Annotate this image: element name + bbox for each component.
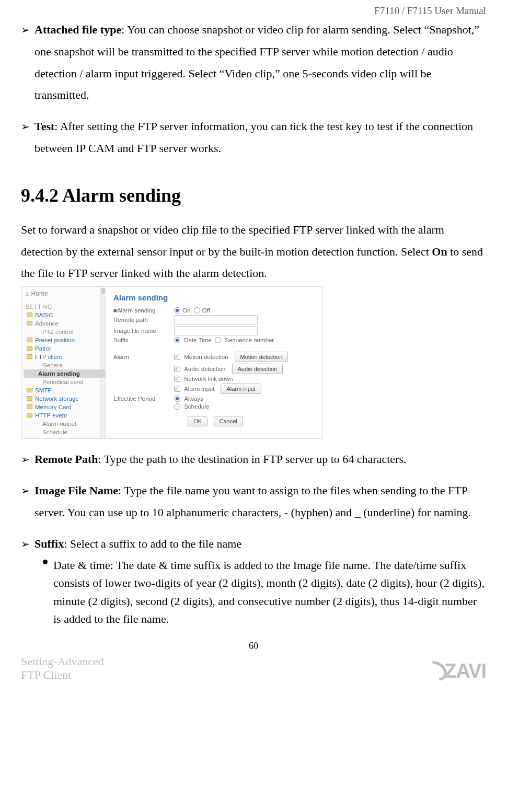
panel-title: Alarm sending (113, 293, 317, 302)
cancel-button[interactable]: Cancel (214, 416, 243, 426)
bullet-label: Remote Path (34, 453, 98, 466)
input-image-file-name[interactable] (174, 326, 258, 335)
row-label: Image file name (113, 328, 174, 334)
row-netlink: Network link down (113, 376, 317, 382)
radio-off-label: Off (202, 307, 210, 314)
radio-on-label: On (182, 307, 190, 314)
row-alarm-input: Alarm input Alarm input (113, 384, 317, 394)
chevron-icon: ➢ (21, 534, 30, 554)
radio-sequence[interactable] (215, 337, 221, 343)
sidebar-item-general[interactable]: General (24, 361, 106, 369)
bullet-remote-path: ➢ Remote Path: Type the path to the dest… (21, 448, 486, 470)
bullet-text: : Type the path to the destination in FT… (98, 453, 407, 466)
folder-icon (27, 338, 32, 342)
radio-sequence-label: Sequence number (225, 337, 274, 343)
sidebar-item-memcard[interactable]: Memory Card (24, 403, 106, 411)
check-netlink[interactable] (174, 376, 180, 382)
row-label: Alarm sending (117, 307, 156, 314)
folder-icon (27, 312, 32, 317)
sidebar-item-alarmout[interactable]: Alarm output (24, 420, 106, 428)
folder-icon (27, 388, 32, 392)
folder-icon (27, 396, 32, 401)
sidebar-item-schedule[interactable]: Schedule (24, 428, 106, 436)
sidebar-item-ftp[interactable]: FTP client (24, 353, 106, 361)
chevron-icon: ➢ (21, 481, 30, 501)
sidebar-item-periodical[interactable]: Periodical send (24, 378, 106, 386)
check-motion-label: Motion detection (184, 354, 228, 360)
check-alarm-input[interactable] (174, 386, 180, 392)
bullet-image-file-name: ➢ Image File Name: Type the file name yo… (21, 480, 486, 524)
page-footer: Setting-Advanced FTP Client 60 ZAVI (21, 641, 486, 682)
footer-left: Setting-Advanced FTP Client (21, 655, 104, 682)
sidebar-item-smtp[interactable]: SMTP (24, 386, 106, 395)
row-label: Suffix (113, 337, 174, 343)
sub-bullet-label: Date & time (53, 559, 110, 572)
sidebar-heading: SETTING (24, 300, 106, 311)
row-label: Effective Period (113, 396, 174, 402)
bullet-label: Test (34, 120, 54, 133)
radio-date-time[interactable] (174, 337, 180, 343)
bullet-suffix: ➢ Suffix: Select a suffix to add to the … (21, 533, 486, 555)
page-number: 60 (249, 641, 258, 652)
btn-audio-detection[interactable]: Audio detection (232, 364, 283, 374)
chevron-icon: ➢ (21, 449, 30, 469)
radio-schedule[interactable] (174, 403, 180, 410)
brand-logo: ZAVI (424, 660, 486, 682)
sidebar-item-patrol[interactable]: Patrol (24, 344, 106, 353)
sub-bullet-date-time: Date & time: The date & time suffix is a… (21, 556, 486, 628)
row-audio: Audio detection Audio detection (113, 364, 317, 374)
sidebar-home-label: Home (31, 290, 48, 297)
folder-icon (27, 354, 32, 359)
sidebar-item-preset[interactable]: Preset position (24, 336, 106, 344)
folder-icon (27, 413, 32, 417)
bullet-label: Suffix (34, 537, 64, 550)
bullet-test: ➢ Test: After setting the FTP server inf… (21, 115, 486, 159)
row-remote-path: Remote path (113, 315, 317, 324)
settings-panel: Alarm sending ■ Alarm sending On Off Rem… (106, 287, 322, 438)
row-label: Alarm (113, 354, 174, 360)
check-netlink-label: Network link down (184, 376, 233, 382)
btn-alarm-input[interactable]: Alarm input (221, 384, 261, 394)
check-motion[interactable] (174, 354, 180, 360)
sidebar-item-advance[interactable]: Advance (24, 319, 106, 328)
ok-button[interactable]: OK (188, 416, 208, 426)
bullet-attached-file-type: ➢ Attached file type: You can choose sna… (21, 19, 486, 106)
bullet-text: : After setting the FTP server informati… (34, 120, 473, 155)
sidebar-item-ptz[interactable]: PTZ control (24, 328, 106, 336)
section-intro: Set to forward a snapshot or video clip … (21, 219, 486, 284)
sidebar-item-netstorage[interactable]: Network storage (24, 395, 106, 403)
row-suffix: Suffix Date Time Sequence number (113, 337, 317, 343)
btn-motion-detection[interactable]: Motion detection (235, 352, 289, 362)
radio-always[interactable] (174, 396, 180, 402)
intro-bold: On (432, 245, 447, 258)
settings-screenshot: ⌂ Home SETTING BASIC Advance PTZ control… (21, 286, 323, 439)
bullet-label: Image File Name (34, 484, 118, 497)
row-effective: Effective Period Always (113, 396, 317, 402)
bullet-label: Attached file type (34, 23, 121, 36)
check-alarm-input-label: Alarm input (184, 386, 214, 392)
bullet-text: : Select a suffix to add to the file nam… (64, 537, 241, 550)
section-title: 9.4.2 Alarm sending (21, 184, 486, 206)
check-audio[interactable] (174, 366, 180, 372)
footer-line1: Setting-Advanced (21, 655, 104, 668)
footer-line2: FTP Client (21, 668, 104, 682)
sidebar-item-httpevent[interactable]: HTTP event (24, 411, 106, 420)
sub-bullet-text: : The date & time suffix is added to the… (53, 559, 485, 625)
sidebar-item-alarm-sending[interactable]: Alarm sending (24, 369, 106, 378)
radio-always-label: Always (184, 396, 203, 402)
intro-text-1: Set to forward a snapshot or video clip … (21, 223, 444, 258)
row-alarm: Alarm Motion detection Motion detection (113, 352, 317, 362)
disc-icon (43, 560, 48, 564)
sidebar-item-basic[interactable]: BASIC (24, 311, 106, 319)
doc-header: F7110 / F7115 User Manual (21, 5, 486, 17)
radio-on[interactable] (174, 307, 180, 314)
radio-date-time-label: Date Time (184, 337, 211, 343)
sidebar-home[interactable]: ⌂ Home (24, 289, 106, 300)
chevron-icon: ➢ (21, 117, 30, 136)
radio-off[interactable] (194, 307, 200, 314)
row-alarm-sending: ■ Alarm sending On Off (113, 307, 317, 314)
sidebar: ⌂ Home SETTING BASIC Advance PTZ control… (21, 287, 106, 438)
row-label: Remote path (113, 317, 174, 323)
input-remote-path[interactable] (174, 315, 258, 324)
chevron-icon: ➢ (21, 20, 30, 40)
